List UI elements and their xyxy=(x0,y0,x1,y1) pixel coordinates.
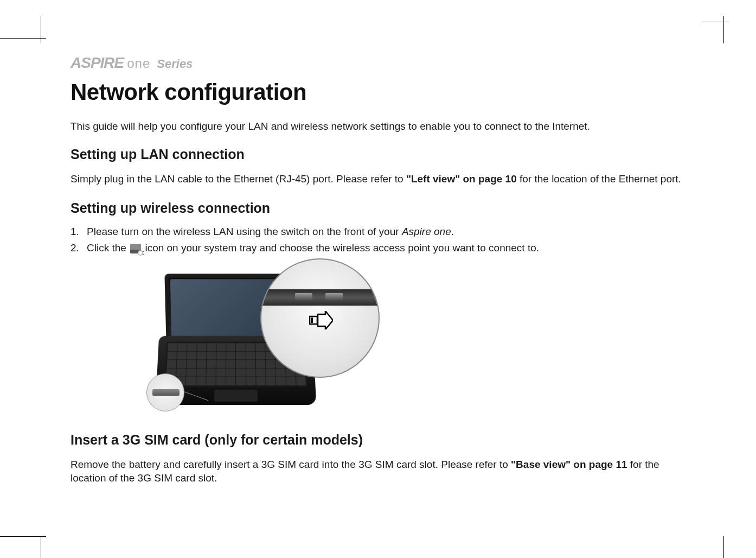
brand-logo-text: ASPIRE xyxy=(71,54,124,72)
front-button-1 xyxy=(295,293,312,300)
sim-heading: Insert a 3G SIM card (only for certain m… xyxy=(71,432,689,448)
intro-paragraph: This guide will help you configure your … xyxy=(71,121,689,132)
step2-after: icon on your system tray and choose the … xyxy=(142,242,539,253)
brand-header: ASPIRE one Series xyxy=(71,54,689,72)
wireless-tray-icon: ✕ xyxy=(130,244,141,253)
slide-right-arrow-icon xyxy=(309,311,333,329)
step1-before: Please turn on the wireless LAN using th… xyxy=(87,226,402,237)
laptop-front-edge xyxy=(261,289,379,306)
lan-heading: Setting up LAN connection xyxy=(71,147,689,162)
step1-after: . xyxy=(451,226,454,237)
step2-before: Click the xyxy=(87,242,129,253)
lan-text-before: Simply plug in the LAN cable to the Ethe… xyxy=(71,173,406,185)
step1-italic: Aspire one xyxy=(402,226,451,237)
laptop-touchpad xyxy=(214,390,258,402)
sim-text-before: Remove the battery and carefully insert … xyxy=(71,459,511,470)
wireless-step-1: 1. Please turn on the wireless LAN using… xyxy=(71,226,689,238)
wireless-heading: Setting up wireless connection xyxy=(71,200,689,216)
lan-crossref: "Left view" on page 10 xyxy=(406,173,517,185)
zoom-inset-front-edge xyxy=(260,258,380,378)
lan-body: Simply plug in the LAN cable to the Ethe… xyxy=(71,172,689,186)
step-number: 2. xyxy=(71,242,82,254)
step-number: 1. xyxy=(71,226,82,238)
sim-crossref: "Base view" on page 11 xyxy=(511,459,627,470)
step-2-text: Click the ✕ icon on your system tray and… xyxy=(87,242,539,254)
front-switch-detail xyxy=(152,389,180,396)
lan-text-after: for the location of the Ethernet port. xyxy=(517,173,681,185)
sim-body: Remove the battery and carefully insert … xyxy=(71,458,689,485)
front-switch-callout xyxy=(146,373,184,411)
page-content: ASPIRE one Series Network configuration … xyxy=(71,54,689,499)
laptop-figure xyxy=(141,264,358,416)
page-title: Network configuration xyxy=(71,79,689,105)
front-button-2 xyxy=(325,293,343,300)
wireless-step-2: 2. Click the ✕ icon on your system tray … xyxy=(71,242,689,254)
brand-series-label: Series xyxy=(157,57,193,71)
brand-sublogo-text: one xyxy=(127,56,150,71)
step-1-text: Please turn on the wireless LAN using th… xyxy=(87,226,454,238)
svg-rect-1 xyxy=(311,318,313,323)
